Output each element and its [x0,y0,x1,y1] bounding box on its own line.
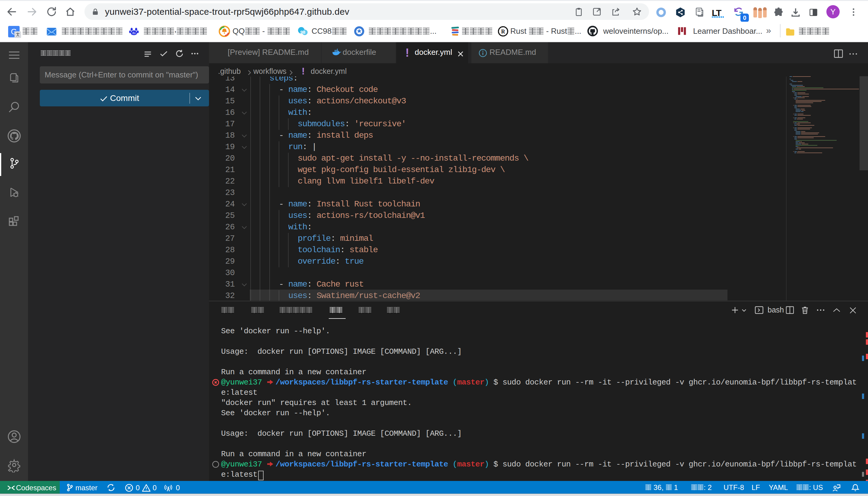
svg-text:du: du [132,31,135,35]
svg-text:R: R [501,29,505,35]
svg-text:98: 98 [300,30,305,35]
